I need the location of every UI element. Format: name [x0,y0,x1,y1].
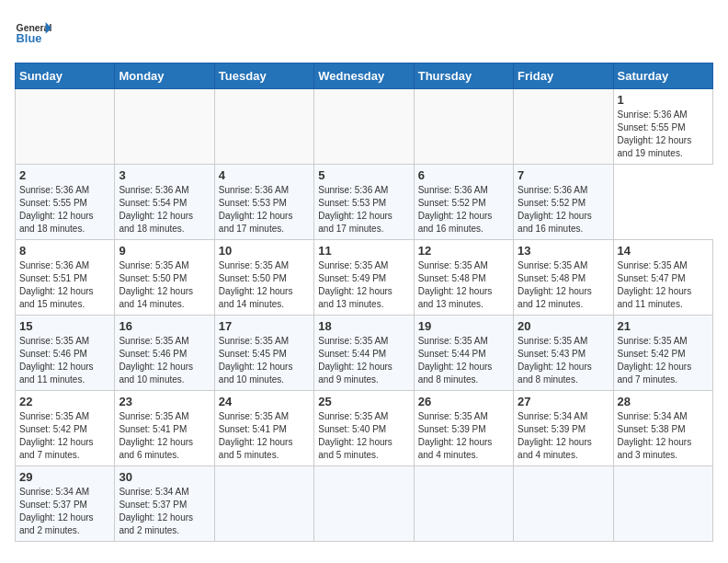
day-number: 2 [19,168,110,182]
day-cell: 12 Sunrise: 5:35 AMSunset: 5:48 PMDaylig… [414,240,513,316]
day-info: Sunrise: 5:35 AMSunset: 5:50 PMDaylight:… [219,259,310,311]
day-number: 13 [518,244,609,258]
col-header-friday: Friday [514,63,613,89]
day-number: 4 [219,168,310,182]
day-info: Sunrise: 5:35 AMSunset: 5:39 PMDaylight:… [418,410,509,462]
empty-cell [314,466,414,542]
day-number: 18 [318,319,409,333]
day-cell: 15 Sunrise: 5:35 AMSunset: 5:46 PMDaylig… [16,316,115,391]
empty-cell [613,466,712,542]
day-number: 8 [19,244,110,258]
day-number: 7 [518,168,609,182]
day-number: 10 [219,244,310,258]
day-number: 26 [418,395,509,408]
day-info: Sunrise: 5:35 AMSunset: 5:42 PMDaylight:… [618,335,709,386]
empty-cell [115,89,214,165]
day-number: 28 [618,395,709,408]
day-info: Sunrise: 5:35 AMSunset: 5:42 PMDaylight:… [19,410,110,462]
day-info: Sunrise: 5:34 AMSunset: 5:37 PMDaylight:… [19,486,110,537]
day-cell: 19 Sunrise: 5:35 AMSunset: 5:44 PMDaylig… [414,316,513,391]
day-cell: 4 Sunrise: 5:36 AMSunset: 5:53 PMDayligh… [214,165,313,240]
day-cell: 13 Sunrise: 5:35 AMSunset: 5:48 PMDaylig… [514,240,613,316]
day-number: 5 [318,168,409,182]
day-info: Sunrise: 5:36 AMSunset: 5:52 PMDaylight:… [418,184,509,236]
day-info: Sunrise: 5:34 AMSunset: 5:39 PMDaylight:… [518,410,609,462]
day-info: Sunrise: 5:36 AMSunset: 5:55 PMDaylight:… [618,109,709,160]
day-cell: 3 Sunrise: 5:36 AMSunset: 5:54 PMDayligh… [115,165,214,240]
col-header-monday: Monday [115,63,214,89]
empty-cell [214,466,313,542]
col-header-tuesday: Tuesday [214,63,313,89]
day-info: Sunrise: 5:35 AMSunset: 5:46 PMDaylight:… [19,335,110,386]
day-info: Sunrise: 5:35 AMSunset: 5:45 PMDaylight:… [219,335,310,386]
day-info: Sunrise: 5:35 AMSunset: 5:40 PMDaylight:… [318,410,409,462]
day-cell: 26 Sunrise: 5:35 AMSunset: 5:39 PMDaylig… [414,391,513,466]
day-number: 23 [119,395,210,408]
day-number: 30 [119,470,210,484]
day-info: Sunrise: 5:34 AMSunset: 5:38 PMDaylight:… [618,410,709,462]
day-number: 25 [318,395,409,408]
day-cell: 22 Sunrise: 5:35 AMSunset: 5:42 PMDaylig… [16,391,115,466]
day-number: 20 [518,319,609,333]
day-number: 16 [119,319,210,333]
day-cell: 6 Sunrise: 5:36 AMSunset: 5:52 PMDayligh… [414,165,513,240]
calendar-table: SundayMondayTuesdayWednesdayThursdayFrid… [15,63,713,542]
day-info: Sunrise: 5:35 AMSunset: 5:41 PMDaylight:… [219,410,310,462]
day-number: 29 [19,470,110,484]
empty-cell [514,89,613,165]
day-number: 15 [19,319,110,333]
day-info: Sunrise: 5:36 AMSunset: 5:51 PMDaylight:… [19,259,110,311]
day-cell: 11 Sunrise: 5:35 AMSunset: 5:49 PMDaylig… [314,240,414,316]
day-cell: 9 Sunrise: 5:35 AMSunset: 5:50 PMDayligh… [115,240,214,316]
day-cell: 7 Sunrise: 5:36 AMSunset: 5:52 PMDayligh… [514,165,613,240]
day-number: 22 [19,395,110,408]
day-number: 21 [618,319,709,333]
day-info: Sunrise: 5:36 AMSunset: 5:52 PMDaylight:… [518,184,609,236]
day-number: 14 [618,244,709,258]
empty-cell [414,89,513,165]
day-info: Sunrise: 5:35 AMSunset: 5:41 PMDaylight:… [119,410,210,462]
day-number: 27 [518,395,609,408]
day-cell: 27 Sunrise: 5:34 AMSunset: 5:39 PMDaylig… [514,391,613,466]
day-info: Sunrise: 5:36 AMSunset: 5:53 PMDaylight:… [318,184,409,236]
day-info: Sunrise: 5:35 AMSunset: 5:46 PMDaylight:… [119,335,210,386]
day-number: 3 [119,168,210,182]
day-cell: 30 Sunrise: 5:34 AMSunset: 5:37 PMDaylig… [115,466,214,542]
day-cell: 2 Sunrise: 5:36 AMSunset: 5:55 PMDayligh… [16,165,115,240]
day-info: Sunrise: 5:36 AMSunset: 5:53 PMDaylight:… [219,184,310,236]
day-info: Sunrise: 5:34 AMSunset: 5:37 PMDaylight:… [119,486,210,537]
day-number: 19 [418,319,509,333]
day-info: Sunrise: 5:35 AMSunset: 5:49 PMDaylight:… [318,259,409,311]
logo: General Blue [15,15,57,52]
col-header-wednesday: Wednesday [314,63,414,89]
day-number: 1 [618,93,709,107]
empty-cell [214,89,313,165]
day-cell: 23 Sunrise: 5:35 AMSunset: 5:41 PMDaylig… [115,391,214,466]
day-cell: 5 Sunrise: 5:36 AMSunset: 5:53 PMDayligh… [314,165,414,240]
day-cell: 8 Sunrise: 5:36 AMSunset: 5:51 PMDayligh… [16,240,115,316]
svg-text:Blue: Blue [17,31,42,45]
day-cell: 14 Sunrise: 5:35 AMSunset: 5:47 PMDaylig… [613,240,712,316]
empty-cell [514,466,613,542]
day-info: Sunrise: 5:35 AMSunset: 5:44 PMDaylight:… [418,335,509,386]
day-info: Sunrise: 5:35 AMSunset: 5:48 PMDaylight:… [518,259,609,311]
day-number: 24 [219,395,310,408]
col-header-saturday: Saturday [613,63,712,89]
day-number: 17 [219,319,310,333]
day-cell: 29 Sunrise: 5:34 AMSunset: 5:37 PMDaylig… [16,466,115,542]
day-info: Sunrise: 5:36 AMSunset: 5:54 PMDaylight:… [119,184,210,236]
day-cell: 20 Sunrise: 5:35 AMSunset: 5:43 PMDaylig… [514,316,613,391]
day-cell: 18 Sunrise: 5:35 AMSunset: 5:44 PMDaylig… [314,316,414,391]
day-cell: 25 Sunrise: 5:35 AMSunset: 5:40 PMDaylig… [314,391,414,466]
col-header-sunday: Sunday [16,63,115,89]
day-cell: 21 Sunrise: 5:35 AMSunset: 5:42 PMDaylig… [613,316,712,391]
day-cell: 1 Sunrise: 5:36 AMSunset: 5:55 PMDayligh… [613,89,712,165]
day-cell: 17 Sunrise: 5:35 AMSunset: 5:45 PMDaylig… [214,316,313,391]
page-header: General Blue [15,15,713,52]
empty-cell [314,89,414,165]
day-cell: 28 Sunrise: 5:34 AMSunset: 5:38 PMDaylig… [613,391,712,466]
day-cell: 16 Sunrise: 5:35 AMSunset: 5:46 PMDaylig… [115,316,214,391]
day-cell: 24 Sunrise: 5:35 AMSunset: 5:41 PMDaylig… [214,391,313,466]
day-info: Sunrise: 5:35 AMSunset: 5:43 PMDaylight:… [518,335,609,386]
day-number: 9 [119,244,210,258]
